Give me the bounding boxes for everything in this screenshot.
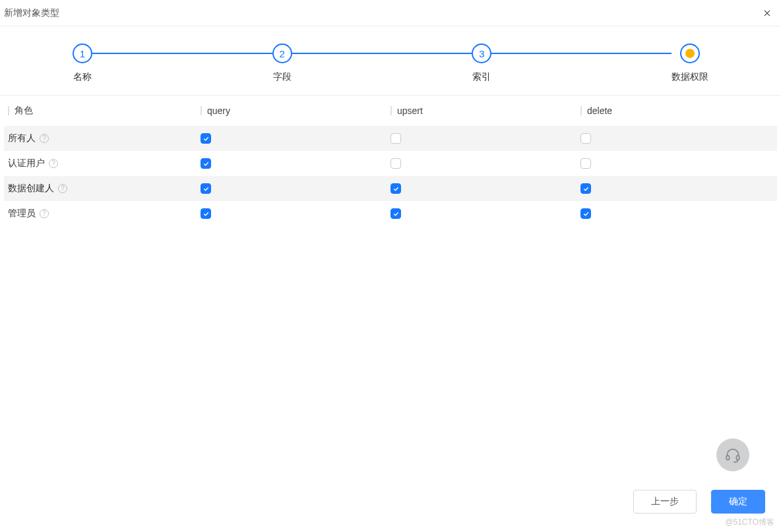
permissions-table: 角色 query upsert delete 所有人?认证用户?数据创建人?管理… xyxy=(0,96,781,226)
delete-checkbox[interactable] xyxy=(580,208,591,219)
help-icon[interactable]: ? xyxy=(40,134,49,143)
th-role: 角色 xyxy=(8,105,201,117)
close-icon[interactable] xyxy=(761,7,773,19)
upsert-checkbox[interactable] xyxy=(390,158,401,169)
upsert-checkbox[interactable] xyxy=(390,133,401,144)
step-number: 2 xyxy=(280,48,285,59)
step-label: 索引 xyxy=(472,71,491,83)
upsert-checkbox[interactable] xyxy=(390,183,401,194)
step-active-dot-icon xyxy=(685,49,695,58)
support-button[interactable] xyxy=(716,438,749,471)
table-header-row: 角色 query upsert delete xyxy=(4,96,777,126)
query-cell xyxy=(201,133,390,144)
th-query: query xyxy=(201,105,390,116)
step-label: 字段 xyxy=(273,71,292,83)
step-label: 数据权限 xyxy=(672,71,708,83)
delete-cell xyxy=(580,208,777,219)
role-label: 管理员 xyxy=(8,208,36,220)
delete-cell xyxy=(580,133,777,144)
step-1[interactable]: 1 名称 xyxy=(73,44,92,83)
upsert-cell xyxy=(390,133,580,144)
step-line xyxy=(491,53,672,54)
step-circle: 2 xyxy=(272,44,292,63)
modal-header: 新增对象类型 xyxy=(0,0,781,26)
svg-rect-3 xyxy=(736,456,739,460)
step-3[interactable]: 3 索引 xyxy=(472,44,491,83)
help-icon[interactable]: ? xyxy=(58,184,67,193)
step-number: 1 xyxy=(80,48,85,59)
role-cell: 认证用户? xyxy=(8,158,201,169)
th-label: delete xyxy=(587,105,612,116)
svg-rect-2 xyxy=(726,456,729,460)
stepper: 1 名称 2 字段 3 索引 数据权限 xyxy=(0,26,781,96)
upsert-cell xyxy=(390,208,580,219)
th-delete: delete xyxy=(580,105,777,116)
table-row: 所有人? xyxy=(4,126,777,151)
th-label: upsert xyxy=(397,105,423,116)
delete-checkbox[interactable] xyxy=(580,158,591,169)
button-label: 确定 xyxy=(729,496,747,508)
query-checkbox[interactable] xyxy=(201,158,211,169)
role-label: 数据创建人 xyxy=(8,183,54,194)
delete-cell xyxy=(580,183,777,194)
upsert-cell xyxy=(390,183,580,194)
role-cell: 管理员? xyxy=(8,208,201,220)
role-label: 所有人 xyxy=(8,133,36,144)
step-number: 3 xyxy=(479,48,484,59)
role-label: 认证用户 xyxy=(8,158,45,169)
step-circle xyxy=(680,44,700,63)
query-checkbox[interactable] xyxy=(201,133,211,144)
prev-button[interactable]: 上一步 xyxy=(633,490,697,514)
step-label: 名称 xyxy=(73,71,92,83)
query-checkbox[interactable] xyxy=(201,208,211,219)
help-icon[interactable]: ? xyxy=(40,209,49,218)
query-checkbox[interactable] xyxy=(201,183,211,194)
query-cell xyxy=(201,183,390,194)
query-cell xyxy=(201,158,390,169)
table-row: 管理员? xyxy=(4,201,777,226)
step-4-active[interactable]: 数据权限 xyxy=(672,44,708,83)
delete-cell xyxy=(580,158,777,169)
step-circle: 3 xyxy=(472,44,491,63)
th-upsert: upsert xyxy=(390,105,580,116)
ok-button[interactable]: 确定 xyxy=(711,490,765,514)
role-cell: 数据创建人? xyxy=(8,183,201,194)
headset-icon xyxy=(724,446,741,463)
delete-checkbox[interactable] xyxy=(580,133,591,144)
th-label: 角色 xyxy=(15,105,33,117)
table-row: 数据创建人? xyxy=(4,176,777,201)
footer-actions: 上一步 确定 xyxy=(633,490,765,514)
delete-checkbox[interactable] xyxy=(580,183,591,194)
table-row: 认证用户? xyxy=(4,151,777,176)
modal-title: 新增对象类型 xyxy=(4,7,59,19)
role-cell: 所有人? xyxy=(8,133,201,144)
th-label: query xyxy=(207,105,230,116)
query-cell xyxy=(201,208,390,219)
button-label: 上一步 xyxy=(651,496,679,508)
upsert-cell xyxy=(390,158,580,169)
step-line xyxy=(292,53,472,54)
step-circle: 1 xyxy=(73,44,92,63)
step-2[interactable]: 2 字段 xyxy=(272,44,292,83)
help-icon[interactable]: ? xyxy=(49,159,58,168)
upsert-checkbox[interactable] xyxy=(390,208,401,219)
watermark-text: @51CTO博客 xyxy=(725,517,774,528)
step-line xyxy=(92,53,272,54)
